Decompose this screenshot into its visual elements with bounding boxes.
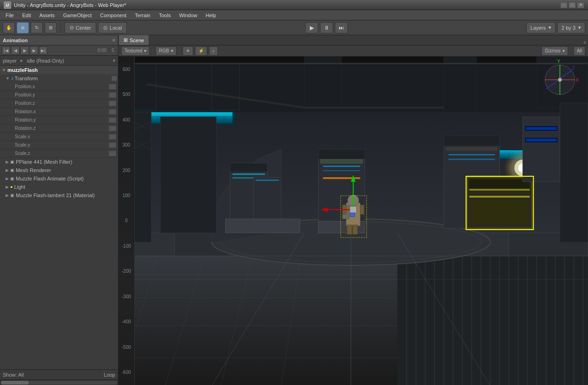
- layers-dropdown[interactable]: Layers ▾: [526, 22, 555, 33]
- ruler-500-pos: 500: [123, 92, 131, 97]
- pplane-item[interactable]: ▶ ▣ PPlane 441 (Mesh Filter): [0, 158, 118, 166]
- pplane-icon: ▣: [10, 160, 14, 164]
- scene-sep-2: [179, 47, 180, 55]
- svg-rect-89: [256, 180, 279, 181]
- local-button[interactable]: ◎ Local: [98, 22, 127, 33]
- prev-key-button[interactable]: |◀: [2, 46, 10, 55]
- all-btn[interactable]: All: [574, 46, 585, 56]
- menu-terrain[interactable]: Terrain: [131, 12, 154, 19]
- scene-panel: ⊞ Scene ≡ Textured ▾ RGB ▾ ☀ ⚡ ♪ Gizmos: [118, 35, 588, 385]
- maximize-button[interactable]: □: [568, 2, 576, 8]
- menu-component[interactable]: Component: [96, 12, 130, 19]
- prev-frame-button[interactable]: ◀: [11, 46, 20, 55]
- light-icon: ●: [10, 185, 13, 189]
- ruler-200-pos: 200: [123, 168, 131, 173]
- position-x-prop[interactable]: Position.x: [0, 83, 118, 91]
- lighting-toggle[interactable]: ☀: [183, 46, 193, 56]
- svg-rect-73: [323, 177, 360, 179]
- move-tool-button[interactable]: ⊕: [17, 22, 29, 33]
- center-label: Center: [76, 25, 91, 31]
- position-y-label: Position.y: [15, 92, 109, 97]
- anim-play-button[interactable]: ▶: [20, 46, 29, 55]
- next-frame-button[interactable]: ▶: [30, 46, 38, 55]
- color-mode-dropdown[interactable]: RGB ▾: [156, 46, 176, 56]
- light-item[interactable]: ▶ ● Light: [0, 183, 118, 191]
- muzzle-script-item[interactable]: ▶ ▣ Muzzle Flash Animate (Script): [0, 174, 118, 183]
- scale-z-prop[interactable]: Scale.z: [0, 149, 118, 158]
- ruler-0-pos: 0: [125, 218, 128, 223]
- rotation-y-label: Rotation.y: [15, 117, 109, 122]
- svg-point-130: [558, 78, 562, 82]
- scene-ruler: 600 500 400 300 200 100 0 -100 -200 -300…: [118, 57, 135, 385]
- position-z-prop[interactable]: Position.z: [0, 99, 118, 108]
- muzzle-script-icon: ▣: [10, 176, 14, 181]
- title-bar: U Unity - AngryBots.unity - AngryBots - …: [0, 0, 588, 10]
- menu-bar: File Edit Assets GameObject Component Te…: [0, 10, 588, 20]
- center-button[interactable]: ⊙ Center: [65, 22, 96, 33]
- mesh-renderer-item[interactable]: ▶ ▣ Mesh Renderer: [0, 166, 118, 174]
- rotation-y-prop[interactable]: Rotation.y: [0, 116, 118, 124]
- close-button[interactable]: ✕: [577, 2, 584, 8]
- main-content: Animation ≡ |◀ ◀ ▶ ▶ ▶| 0:00 5 player ▸ …: [0, 35, 588, 385]
- svg-rect-82: [470, 196, 530, 198]
- ruler-n200-pos: -200: [122, 269, 131, 274]
- scale-y-label: Scale.y: [15, 142, 109, 148]
- audio-toggle[interactable]: ♪: [209, 46, 218, 56]
- rotation-z-prop[interactable]: Rotation.z: [0, 124, 118, 133]
- svg-rect-116: [560, 103, 588, 242]
- rotation-y-curve: [109, 117, 116, 123]
- muzzle-material-arrow: ▶: [6, 193, 9, 198]
- scene-viewport[interactable]: X Y Z 600 500 400 300 200 100 0: [118, 57, 588, 385]
- layout-dropdown[interactable]: 2 by 3 ▾: [557, 22, 585, 33]
- rotation-x-prop[interactable]: Rotation.x: [0, 108, 118, 116]
- svg-rect-2: [119, 57, 588, 64]
- fx-toggle[interactable]: ⚡: [195, 46, 207, 56]
- scene-menu-icon[interactable]: ≡: [581, 40, 588, 45]
- window-controls[interactable]: − □ ✕: [560, 2, 584, 8]
- scale-y-prop[interactable]: Scale.y: [0, 141, 118, 149]
- svg-rect-75: [444, 135, 500, 146]
- menu-tools[interactable]: Tools: [155, 12, 175, 19]
- ruler-n100-pos: -100: [122, 244, 131, 249]
- gizmos-dropdown[interactable]: Gizmos ▾: [542, 46, 568, 56]
- menu-edit[interactable]: Edit: [19, 12, 35, 19]
- next-key-button[interactable]: ▶|: [39, 46, 47, 55]
- hand-tool-button[interactable]: ✋: [3, 22, 15, 33]
- svg-rect-83: [472, 200, 528, 224]
- pause-button[interactable]: ⏸: [320, 22, 333, 33]
- scrollbar-thumb[interactable]: [1, 381, 29, 385]
- scene-sep-1: [152, 47, 153, 55]
- minimize-button[interactable]: −: [560, 2, 568, 8]
- scene-tab[interactable]: ⊞ Scene: [118, 35, 149, 45]
- animation-panel: Animation ≡ |◀ ◀ ▶ ▶ ▶| 0:00 5 player ▸ …: [0, 35, 118, 385]
- left-scrollbar[interactable]: [0, 379, 118, 385]
- menu-file[interactable]: File: [2, 12, 18, 19]
- svg-rect-119: [526, 127, 557, 130]
- svg-rect-81: [470, 189, 530, 191]
- transform-item[interactable]: ▼ J Transform: [0, 74, 118, 83]
- menu-help[interactable]: Help: [202, 12, 220, 19]
- clip-dropdown-icon[interactable]: ▾: [113, 58, 115, 63]
- svg-rect-77: [449, 154, 495, 155]
- app-icon: U: [4, 1, 11, 9]
- play-button[interactable]: ▶: [305, 22, 318, 33]
- anim-menu-icon[interactable]: ≡: [112, 38, 115, 43]
- scale-x-prop[interactable]: Scale.x: [0, 133, 118, 141]
- ruler-n400-pos: -400: [122, 319, 131, 324]
- scale-tool-button[interactable]: ⊞: [45, 22, 57, 33]
- muzzle-material-item[interactable]: ▶ ▣ Muzzle Flash-lambert 21 (Material): [0, 191, 118, 199]
- menu-assets[interactable]: Assets: [36, 12, 59, 19]
- scrollbar-track[interactable]: [1, 381, 117, 385]
- rotate-tool-button[interactable]: ↻: [31, 22, 43, 33]
- ruler-n500-pos: -500: [122, 345, 131, 350]
- menu-gameobject[interactable]: GameObject: [59, 12, 96, 19]
- menu-window[interactable]: Window: [176, 12, 201, 19]
- view-mode-dropdown[interactable]: Textured ▾: [121, 46, 150, 56]
- light-label: Light: [14, 184, 25, 190]
- root-arrow: ▼: [2, 68, 6, 72]
- root-gameobject[interactable]: ▼ muzzleFlash: [0, 66, 118, 74]
- position-y-prop[interactable]: Position.y: [0, 91, 118, 99]
- color-mode-chevron: ▾: [171, 48, 173, 53]
- player-row: player ▸ idle (Read-Only) ▾: [0, 56, 118, 66]
- step-button[interactable]: ⏭: [335, 22, 348, 33]
